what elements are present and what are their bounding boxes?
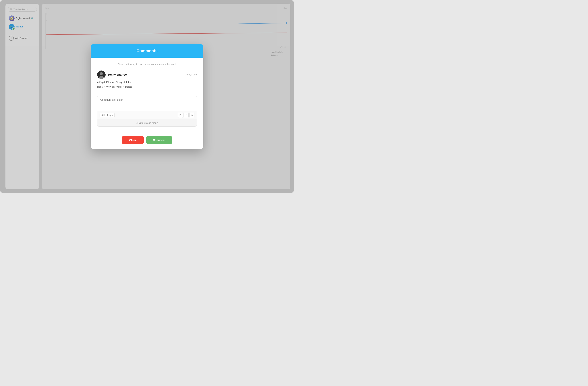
delete-link[interactable]: Delete bbox=[125, 86, 132, 88]
reply-link[interactable]: Reply bbox=[97, 86, 103, 88]
divider bbox=[97, 92, 197, 92]
view-on-twitter-link[interactable]: View on Twitter bbox=[106, 86, 122, 88]
modal-header: Comments bbox=[91, 44, 203, 58]
modal-overlay: Comments View, add, reply to and delete … bbox=[0, 0, 294, 193]
upload-media-button[interactable]: Click to upload media bbox=[97, 119, 197, 127]
comment-toolbar: # Hashtags B I ☺ bbox=[97, 111, 197, 119]
svg-point-6 bbox=[100, 72, 103, 75]
bold-button[interactable]: B bbox=[178, 113, 183, 118]
comment-input-wrapper: # Hashtags B I ☺ Click to upload media bbox=[97, 96, 197, 127]
comment-avatar bbox=[97, 70, 105, 79]
modal-title: Comments bbox=[136, 48, 158, 53]
modal-footer: Close Comment bbox=[91, 136, 203, 149]
dot-1: • bbox=[104, 86, 105, 88]
comment-actions: Reply • View on Twitter • Delete bbox=[97, 86, 197, 88]
emoji-button[interactable]: ☺ bbox=[189, 113, 194, 118]
comment-item: Tonny Sparrow 3 days ago @DigitalNomad C… bbox=[97, 70, 197, 88]
comment-time: 3 days ago bbox=[185, 73, 197, 76]
hashtags-button[interactable]: # Hashtags bbox=[100, 113, 115, 117]
close-button[interactable]: Close bbox=[122, 136, 144, 144]
comment-username: Tonny Sparrow bbox=[108, 73, 127, 76]
modal-comments: Comments View, add, reply to and delete … bbox=[91, 44, 203, 149]
modal-body: View, add, reply to and delete comments … bbox=[91, 58, 203, 136]
comment-text: @DigitalNomad Congratulation bbox=[97, 81, 197, 84]
modal-subtitle: View, add, reply to and delete comments … bbox=[97, 63, 197, 65]
comment-textarea[interactable] bbox=[97, 96, 197, 110]
comment-button[interactable]: Comment bbox=[146, 136, 172, 144]
italic-button[interactable]: I bbox=[184, 113, 189, 118]
dot-2: • bbox=[123, 86, 124, 88]
comment-header: Tonny Sparrow 3 days ago bbox=[97, 70, 197, 79]
format-buttons: B I ☺ bbox=[178, 113, 194, 118]
comment-user: Tonny Sparrow bbox=[97, 70, 127, 79]
